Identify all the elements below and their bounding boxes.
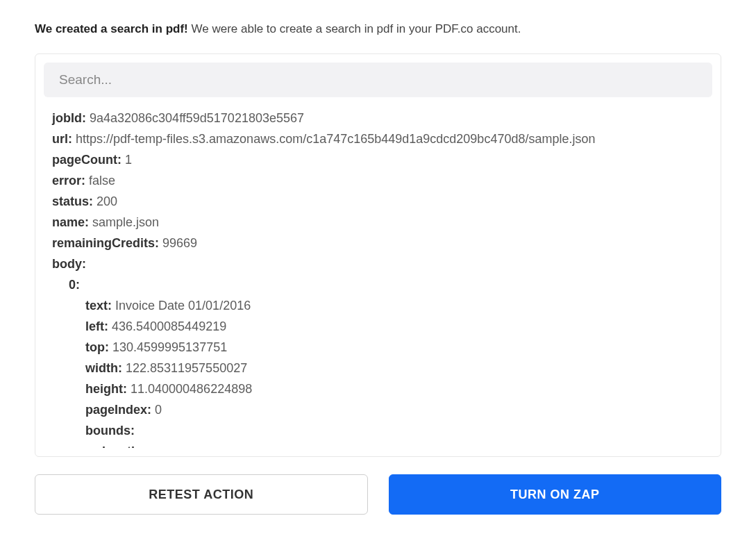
row-location: location:	[52, 441, 709, 448]
label-remainingcredits: remainingCredits:	[52, 236, 159, 250]
row-left: left: 436.5400085449219	[52, 316, 709, 337]
row-status: status: 200	[52, 191, 709, 212]
row-jobid: jobId: 9a4a32086c304ff59d517021803e5567	[52, 108, 709, 128]
label-error: error:	[52, 174, 85, 188]
label-body: body:	[52, 257, 86, 271]
label-width: width:	[85, 361, 122, 375]
row-text: text: Invoice Date 01/01/2016	[52, 295, 709, 316]
value-status: 200	[96, 194, 117, 208]
result-panel: jobId: 9a4a32086c304ff59d517021803e5567 …	[35, 53, 721, 457]
value-left: 436.5400085449219	[112, 319, 226, 333]
summary-bold: We created a search in pdf!	[35, 22, 188, 35]
result-summary: We created a search in pdf! We were able…	[35, 22, 721, 36]
label-body-0: 0:	[69, 278, 80, 292]
row-body-0: 0:	[52, 274, 709, 295]
label-name: name:	[52, 215, 89, 229]
row-height: height: 11.040000486224898	[52, 378, 709, 399]
label-status: status:	[52, 194, 93, 208]
label-top: top:	[85, 340, 109, 354]
value-jobid: 9a4a32086c304ff59d517021803e5567	[90, 111, 304, 125]
row-bounds: bounds:	[52, 420, 709, 441]
row-pageindex: pageIndex: 0	[52, 399, 709, 420]
row-error: error: false	[52, 170, 709, 191]
value-name: sample.json	[92, 215, 159, 229]
value-height: 11.040000486224898	[131, 382, 252, 396]
value-text: Invoice Date 01/01/2016	[115, 299, 251, 312]
row-url: url: https://pdf-temp-files.s3.amazonaws…	[52, 128, 709, 149]
value-top: 130.4599995137751	[112, 340, 227, 354]
turn-on-zap-button[interactable]: TURN ON ZAP	[389, 474, 722, 515]
search-input[interactable]	[44, 62, 712, 97]
row-width: width: 122.85311957550027	[52, 358, 709, 378]
retest-action-button[interactable]: RETEST ACTION	[35, 474, 368, 515]
row-pagecount: pageCount: 1	[52, 149, 709, 170]
label-bounds: bounds:	[85, 424, 135, 438]
row-top: top: 130.4599995137751	[52, 337, 709, 358]
label-left: left:	[85, 319, 108, 333]
label-text: text:	[85, 299, 112, 312]
row-name: name: sample.json	[52, 212, 709, 233]
value-url: https://pdf-temp-files.s3.amazonaws.com/…	[76, 132, 595, 146]
summary-rest: We were able to create a search in pdf i…	[188, 22, 521, 35]
value-pagecount: 1	[125, 153, 132, 167]
value-width: 122.85311957550027	[126, 361, 247, 375]
result-list[interactable]: jobId: 9a4a32086c304ff59d517021803e5567 …	[44, 108, 712, 448]
value-error: false	[89, 174, 115, 188]
value-pageindex: 0	[155, 403, 162, 417]
label-pageindex: pageIndex:	[85, 403, 151, 417]
row-remainingcredits: remainingCredits: 99669	[52, 233, 709, 253]
value-remainingcredits: 99669	[162, 236, 197, 250]
label-url: url:	[52, 132, 72, 146]
row-body: body:	[52, 253, 709, 274]
button-row: RETEST ACTION TURN ON ZAP	[35, 474, 721, 515]
label-pagecount: pageCount:	[52, 153, 121, 167]
label-jobid: jobId:	[52, 111, 86, 125]
label-location: location:	[102, 444, 154, 448]
label-height: height:	[85, 382, 127, 396]
